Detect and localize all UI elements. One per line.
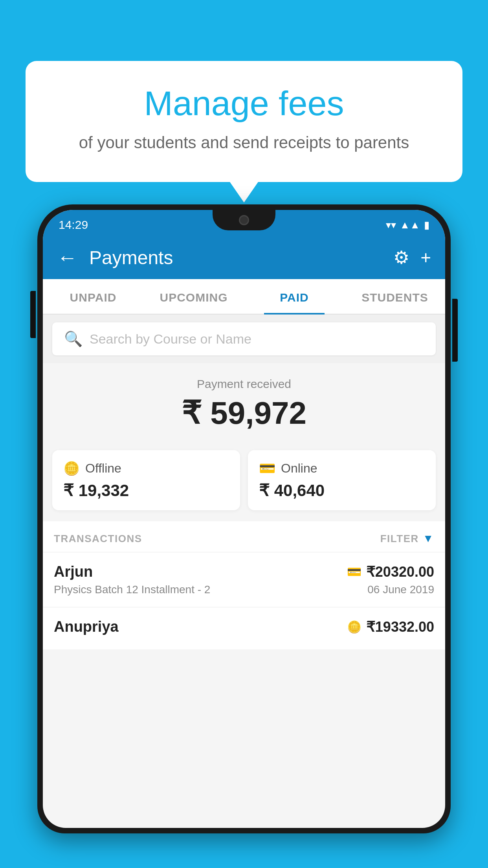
filter-button[interactable]: FILTER ▼ bbox=[380, 532, 434, 545]
offline-card-header: 🪙 Offline bbox=[63, 460, 229, 476]
online-amount: ₹ 40,640 bbox=[259, 481, 425, 500]
transaction-amount-wrap: 💳 ₹20320.00 bbox=[347, 564, 434, 580]
status-time: 14:29 bbox=[59, 218, 88, 232]
tab-unpaid[interactable]: UNPAID bbox=[43, 279, 143, 314]
app-bar-actions: ⚙ + bbox=[393, 247, 431, 268]
settings-button[interactable]: ⚙ bbox=[393, 247, 409, 268]
online-card: 💳 Online ₹ 40,640 bbox=[248, 450, 436, 510]
payment-label: Payment received bbox=[43, 377, 445, 391]
back-button[interactable]: ← bbox=[57, 246, 77, 269]
online-icon: 💳 bbox=[259, 460, 275, 476]
app-bar: ← Payments ⚙ + bbox=[43, 236, 445, 279]
transaction-detail: Physics Batch 12 Installment - 2 bbox=[54, 583, 210, 596]
search-icon: 🔍 bbox=[64, 330, 83, 348]
payment-amount: ₹ 59,972 bbox=[43, 395, 445, 431]
online-payment-icon: 💳 bbox=[347, 565, 361, 579]
offline-icon: 🪙 bbox=[63, 460, 80, 476]
transaction-name-2: Anupriya bbox=[54, 618, 119, 635]
offline-card: 🪙 Offline ₹ 19,332 bbox=[52, 450, 240, 510]
notch bbox=[213, 210, 275, 230]
phone-wrapper: 14:29 ▾▾ ▲▲ ▮ ← Payments ⚙ + UNPAID bbox=[37, 204, 451, 868]
search-container: 🔍 Search by Course or Name bbox=[43, 314, 445, 363]
offline-amount: ₹ 19,332 bbox=[63, 481, 229, 500]
bubble-title: Manage fees bbox=[57, 85, 431, 123]
transaction-name: Arjun bbox=[54, 563, 93, 580]
transaction-bottom: Physics Batch 12 Installment - 2 06 June… bbox=[54, 583, 434, 596]
transaction-top-2: Anupriya 🪙 ₹19332.00 bbox=[54, 618, 434, 635]
transaction-amount-wrap-2: 🪙 ₹19332.00 bbox=[347, 619, 434, 635]
speech-bubble-container: Manage fees of your students and send re… bbox=[26, 61, 462, 182]
transaction-row-anupriya[interactable]: Anupriya 🪙 ₹19332.00 bbox=[43, 607, 445, 649]
tab-students[interactable]: STUDENTS bbox=[345, 279, 445, 314]
bubble-subtitle: of your students and send receipts to pa… bbox=[57, 131, 431, 154]
transaction-amount-2: ₹19332.00 bbox=[366, 619, 434, 635]
transaction-date: 06 June 2019 bbox=[367, 583, 434, 596]
search-bar[interactable]: 🔍 Search by Course or Name bbox=[52, 322, 436, 355]
app-title: Payments bbox=[89, 247, 382, 268]
transactions-header: TRANSACTIONS FILTER ▼ bbox=[43, 521, 445, 552]
wifi-icon: ▾▾ bbox=[386, 219, 396, 231]
add-button[interactable]: + bbox=[420, 247, 431, 268]
payment-section: Payment received ₹ 59,972 bbox=[43, 363, 445, 442]
online-label: Online bbox=[281, 461, 317, 476]
online-card-header: 💳 Online bbox=[259, 460, 425, 476]
phone-body: 14:29 ▾▾ ▲▲ ▮ ← Payments ⚙ + UNPAID bbox=[37, 204, 451, 833]
tabs-container: UNPAID UPCOMING PAID STUDENTS bbox=[43, 279, 445, 314]
phone-screen: 14:29 ▾▾ ▲▲ ▮ ← Payments ⚙ + UNPAID bbox=[43, 210, 445, 828]
tab-upcoming[interactable]: UPCOMING bbox=[143, 279, 244, 314]
search-placeholder: Search by Course or Name bbox=[90, 331, 251, 347]
offline-label: Offline bbox=[85, 461, 121, 476]
offline-payment-icon: 🪙 bbox=[347, 620, 361, 634]
battery-icon: ▮ bbox=[424, 219, 429, 231]
transaction-top: Arjun 💳 ₹20320.00 bbox=[54, 563, 434, 580]
camera bbox=[239, 215, 249, 225]
signal-icon: ▲▲ bbox=[400, 219, 420, 231]
filter-icon: ▼ bbox=[423, 532, 434, 545]
transactions-label: TRANSACTIONS bbox=[54, 533, 142, 545]
tab-paid[interactable]: PAID bbox=[244, 279, 345, 314]
transaction-row-arjun[interactable]: Arjun 💳 ₹20320.00 Physics Batch 12 Insta… bbox=[43, 552, 445, 607]
transaction-amount: ₹20320.00 bbox=[366, 564, 434, 580]
speech-bubble: Manage fees of your students and send re… bbox=[26, 61, 462, 182]
cards-row: 🪙 Offline ₹ 19,332 💳 Online ₹ 40,640 bbox=[43, 442, 445, 521]
status-icons: ▾▾ ▲▲ ▮ bbox=[386, 219, 429, 231]
